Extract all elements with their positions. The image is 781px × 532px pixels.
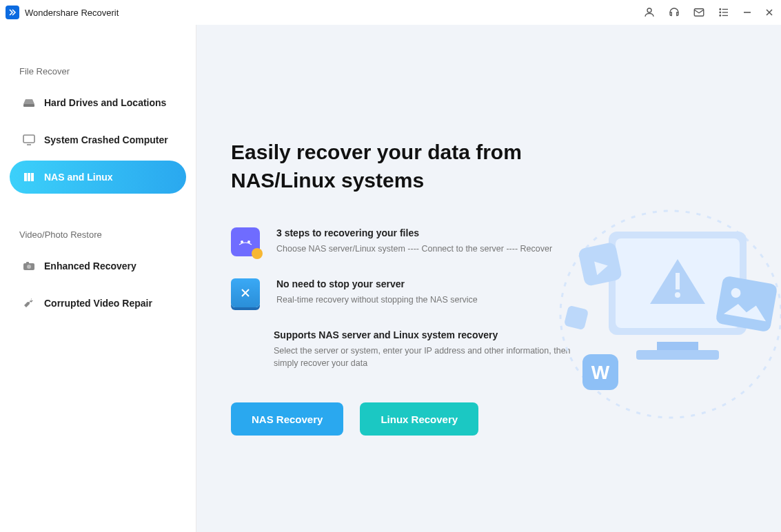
sidebar-item-enhanced-recovery[interactable]: Enhanced Recovery [10,249,186,283]
nas-recovery-button[interactable]: NAS Recovery [231,402,343,436]
steps-icon [231,227,260,256]
nas-icon [22,171,36,183]
svg-rect-16 [31,173,34,181]
feature-desc: Select the server or system, enter your … [274,345,589,369]
feature-desc: Choose NAS server/Linux system ---- Conn… [276,243,552,255]
svg-point-18 [27,265,31,269]
feedback-icon[interactable] [693,6,705,19]
svg-point-4 [720,12,721,13]
svg-rect-30 [564,305,589,330]
feature-title: No need to stop your server [276,278,478,289]
sidebar-item-label: Enhanced Recovery [44,260,136,272]
minimize-icon[interactable] [742,8,752,17]
svg-rect-27 [676,273,680,289]
svg-point-2 [720,9,721,10]
app-title: Wondershare Recoverit [25,8,119,18]
sidebar-item-hard-drives[interactable]: Hard Drives and Locations [10,86,186,119]
svg-text:W: W [591,362,610,383]
monitor-icon [22,134,36,146]
svg-rect-23 [609,232,747,335]
svg-point-0 [647,8,651,12]
account-icon[interactable] [643,6,656,19]
feature-supports: Supports NAS server and Linux system rec… [231,329,589,369]
sidebar: File Recover Hard Drives and Locations S… [0,25,196,532]
drive-icon [22,97,36,108]
svg-rect-25 [657,342,698,350]
wrench-icon [22,296,36,310]
sidebar-item-nas-linux[interactable]: NAS and Linux [10,161,186,194]
svg-rect-26 [636,350,719,360]
feature-title: 3 steps to recovering your files [276,227,552,238]
sidebar-item-label: Corrupted Video Repair [44,298,152,309]
sidebar-item-corrupted-video[interactable]: Corrupted Video Repair [10,287,186,320]
svg-point-22 [560,211,781,418]
feature-desc: Real-time recovery without stopping the … [276,294,478,306]
sidebar-section-title: File Recover [19,66,186,76]
svg-rect-11 [23,104,34,107]
svg-point-6 [720,15,721,17]
svg-point-28 [675,292,680,298]
svg-rect-24 [616,238,740,328]
server-tools-icon [231,278,260,307]
svg-rect-12 [23,135,34,143]
svg-point-32 [730,287,741,298]
svg-rect-19 [26,262,29,264]
linux-recovery-button[interactable]: Linux Recovery [360,402,478,436]
main-content: Easily recover your data from NAS/Linux … [196,25,781,532]
support-icon[interactable] [668,6,680,19]
svg-rect-14 [24,173,27,181]
sidebar-item-system-crashed[interactable]: System Crashed Computer [10,123,186,156]
svg-rect-15 [28,173,30,181]
titlebar: Wondershare Recoverit [0,0,781,25]
feature-no-stop: No need to stop your server Real-time re… [231,278,589,307]
app-logo-icon [6,6,19,19]
sidebar-item-label: System Crashed Computer [44,134,168,145]
sidebar-section-title: Video/Photo Restore [19,229,186,240]
menu-icon[interactable] [718,6,730,19]
svg-rect-31 [716,276,778,333]
feature-steps: 3 steps to recovering your files Choose … [231,227,589,256]
feature-title: Supports NAS server and Linux system rec… [274,329,589,340]
camera-icon [22,260,36,272]
multi-platform-icon [231,329,257,356]
page-title: Easily recover your data from NAS/Linux … [231,139,548,194]
close-icon[interactable] [764,8,774,17]
sidebar-item-label: NAS and Linux [44,172,113,183]
sidebar-item-label: Hard Drives and Locations [44,97,166,108]
